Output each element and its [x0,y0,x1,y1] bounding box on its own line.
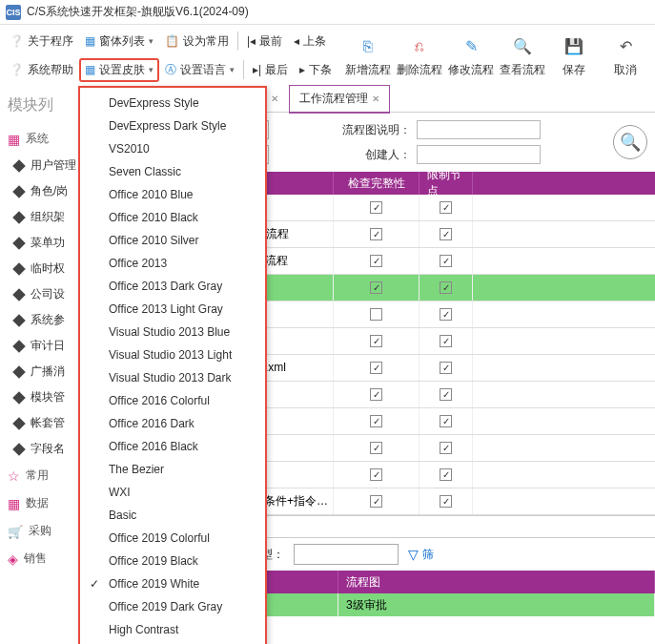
checkbox[interactable] [370,495,382,508]
skin-menu-item[interactable]: Office 2016 Dark [80,412,265,435]
sidebar-item[interactable]: 模块管 [0,384,86,410]
col-check[interactable]: 检查完整性 [334,172,420,195]
skin-menu-item[interactable]: Office 2013 Dark Gray [80,275,265,298]
checkbox[interactable] [370,308,382,321]
sidebar-item[interactable]: 帐套管 [0,410,86,436]
checkbox[interactable] [440,388,452,401]
tab-close-icon[interactable]: ✕ [271,93,278,104]
checkbox[interactable] [370,388,382,401]
sidebar: 模块列 系统用户管理角色/岗组织架菜单功临时权公司设系统参审计日广播消模块管帐套… [0,86,86,644]
set-skin-button[interactable]: ▦设置皮肤▾ [79,58,159,82]
skin-menu-item[interactable]: DevExpress Style [80,92,265,114]
edit-flow-button[interactable]: ✎修改流程 [445,27,497,84]
checkbox[interactable] [370,442,382,454]
skin-menu-item[interactable]: Visual Studio 2013 Light [80,343,265,366]
nav-first[interactable]: |◂最前 [241,31,288,52]
skin-menu-item[interactable]: Seven Classic [80,160,265,183]
cell2-flow: 3级审批 [338,593,655,616]
skin-menu-item[interactable]: Office 2019 Black [80,550,265,572]
checkbox[interactable] [440,281,452,294]
about-button[interactable]: ❔关于程序 [4,31,79,52]
checkbox[interactable] [440,255,452,267]
sidebar-group[interactable]: 销售 [0,545,86,572]
checkbox[interactable] [440,335,452,347]
search-button[interactable]: 🔍 [613,125,647,159]
skin-menu-item[interactable]: Office 2019 Dark Gray [80,595,265,618]
filter-link[interactable]: ▽筛 [408,547,434,563]
nav-prev[interactable]: ◂上条 [288,31,332,52]
skin-menu-item[interactable]: Visual Studio 2013 Blue [80,321,265,343]
filter-desc-input[interactable] [417,120,541,139]
app-icon: CIS [6,5,21,20]
window-list-button[interactable]: ▦窗体列表▾ [79,31,159,52]
nav-next[interactable]: ▸下条 [294,59,338,81]
skin-menu-item[interactable]: WXI [80,481,265,504]
sidebar-group[interactable]: 数据 [0,489,86,517]
cancel-button[interactable]: ↶取消 [600,27,651,84]
sidebar-title: 模块列 [0,92,86,125]
skin-menu-item[interactable]: Basic [80,504,265,527]
checkbox[interactable] [370,255,382,267]
checkbox[interactable] [370,281,382,294]
skin-menu-item[interactable]: Office 2016 Colorful [80,389,265,412]
sidebar-item[interactable]: 组织架 [0,204,86,230]
skin-menu-item[interactable]: Office 2013 [80,252,265,275]
checkbox[interactable] [370,228,382,240]
sidebar-item[interactable]: 字段名 [0,436,86,462]
sidebar-item[interactable]: 角色/岗 [0,178,86,204]
col-limit[interactable]: 限制节点 [420,172,473,195]
checkbox[interactable] [440,415,452,427]
skin-menu-item[interactable]: Office 2019 Colorful [80,527,265,550]
skin-menu-item[interactable]: Office 2010 Black [80,206,265,229]
skin-menu-item[interactable]: Office 2010 Silver [80,229,265,252]
skin-menu-item[interactable]: VS2010 [80,137,265,160]
skin-menu-item[interactable]: High Contrast [80,618,265,641]
skin-menu-item[interactable]: Office 2019 White [80,572,265,595]
skin-menu-item[interactable]: Office 2016 Black [80,435,265,458]
delete-flow-button[interactable]: ⎌删除流程 [394,27,445,84]
checkbox[interactable] [370,415,382,427]
skin-menu-item[interactable]: Office 2010 Blue [80,183,265,206]
sidebar-item[interactable]: 广播消 [0,359,86,384]
tab[interactable]: 工作流程管理✕ [289,85,390,114]
set-default-button[interactable]: 📋设为常用 [159,31,235,52]
checkbox[interactable] [440,495,452,508]
view-flow-button[interactable]: 🔍查看流程 [497,27,548,84]
checkbox[interactable] [370,362,382,374]
sidebar-item[interactable]: 用户管理 [0,153,86,178]
checkbox[interactable] [440,308,452,321]
skin-menu-item[interactable]: The Bezier [80,458,265,481]
sidebar-item[interactable]: 菜单功 [0,230,86,256]
nav-last[interactable]: ▸|最后 [247,59,294,81]
checkbox[interactable] [440,468,452,481]
checkbox[interactable] [370,335,382,347]
sidebar-group[interactable]: 常用 [0,462,86,489]
add-flow-button[interactable]: ⎘新增流程 [342,27,394,84]
sidebar-item[interactable]: 临时权 [0,256,86,281]
skin-dropdown-menu: DevExpress StyleDevExpress Dark StyleVS2… [78,86,267,644]
col2-flow[interactable]: 流程图 [338,571,655,593]
system-help-button[interactable]: ❔系统帮助 [4,59,79,81]
checkbox[interactable] [440,442,452,454]
skin-menu-item[interactable]: DevExpress Dark Style [80,114,265,137]
checkbox[interactable] [440,228,452,240]
set-language-button[interactable]: Ⓐ设置语言▾ [159,59,240,81]
sidebar-item[interactable]: 系统参 [0,307,86,333]
filter-creator-input[interactable] [417,145,541,164]
skin-menu-item[interactable]: Visual Studio 2013 Dark [80,366,265,389]
sidebar-item[interactable]: 审计日 [0,333,86,359]
checkbox[interactable] [440,362,452,374]
checkbox[interactable] [440,201,452,214]
skin-menu-item[interactable]: Office 2013 Light Gray [80,298,265,321]
doc-type-input[interactable] [294,544,399,565]
tab-close-icon[interactable]: ✕ [372,93,379,104]
checkbox[interactable] [370,468,382,481]
sidebar-item[interactable]: 公司设 [0,281,86,307]
toolbar: ❔关于程序 ▦窗体列表▾ 📋设为常用 |◂最前 ◂上条 ❔系统帮助 ▦设置皮肤▾… [0,25,655,86]
checkbox[interactable] [370,201,382,214]
sidebar-group[interactable]: 系统 [0,125,86,153]
sidebar-group[interactable]: 采购 [0,517,86,545]
window-title: C/S系统快速开发框架-旗舰版V6.1(2024-09) [27,4,249,20]
save-button[interactable]: 💾保存 [548,27,600,84]
titlebar: CIS C/S系统快速开发框架-旗舰版V6.1(2024-09) [0,0,655,25]
